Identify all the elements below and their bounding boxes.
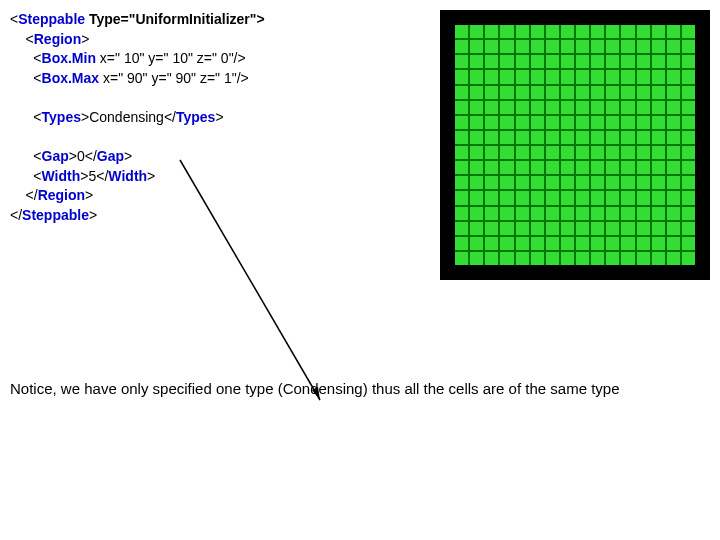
code-line-4: <Box.Max x=" 90" y=" 90" z=" 1"/> (10, 69, 440, 89)
grid-cell (621, 116, 634, 129)
grid-cell (485, 191, 498, 204)
grid-cell (455, 55, 468, 68)
grid-cell (576, 146, 589, 159)
grid-cell (606, 70, 619, 83)
grid-cell (606, 55, 619, 68)
grid-cell (470, 252, 483, 265)
grid-cell (621, 70, 634, 83)
grid-cell (637, 207, 650, 220)
grid-cell (470, 191, 483, 204)
grid-cell (561, 191, 574, 204)
grid-cell (606, 237, 619, 250)
grid-cell (591, 116, 604, 129)
grid-cell (561, 176, 574, 189)
grid-cell (576, 70, 589, 83)
grid-cell (500, 146, 513, 159)
grid-cell (546, 146, 559, 159)
grid-cell (667, 101, 680, 114)
grid-cell (606, 176, 619, 189)
grid-cell (682, 252, 695, 265)
grid-cell (500, 70, 513, 83)
grid-cell (606, 131, 619, 144)
grid-cell (576, 86, 589, 99)
grid-cell (652, 101, 665, 114)
grid-cell (500, 176, 513, 189)
grid-cell (546, 40, 559, 53)
grid-cell (637, 222, 650, 235)
grid-cell (652, 131, 665, 144)
grid-cell (637, 252, 650, 265)
grid-cell (621, 161, 634, 174)
grid-cell (576, 176, 589, 189)
grid-cell (576, 55, 589, 68)
grid-cell (561, 222, 574, 235)
grid-cell (546, 207, 559, 220)
grid-cell (621, 252, 634, 265)
grid-cell (637, 116, 650, 129)
grid-cell (485, 237, 498, 250)
grid-cell (546, 70, 559, 83)
grid-cell (561, 101, 574, 114)
simulation-grid-viewport (440, 10, 710, 280)
grid-cell (652, 25, 665, 38)
grid-cell (485, 176, 498, 189)
grid-cell (576, 101, 589, 114)
grid-cell (516, 86, 529, 99)
grid-cell (470, 222, 483, 235)
grid-cell (591, 176, 604, 189)
grid-cell (576, 252, 589, 265)
grid-cell (470, 25, 483, 38)
grid-cell (667, 237, 680, 250)
grid-cell (682, 176, 695, 189)
grid-cell (682, 131, 695, 144)
grid-cell (485, 252, 498, 265)
code-line-blank1 (10, 88, 440, 108)
grid-cell (682, 222, 695, 235)
grid-cell (546, 116, 559, 129)
grid-cell (591, 70, 604, 83)
grid-cell (576, 237, 589, 250)
grid-cell (500, 40, 513, 53)
grid-cell (667, 86, 680, 99)
grid-cell (591, 161, 604, 174)
grid-cell (470, 70, 483, 83)
grid-cell (652, 55, 665, 68)
grid-cell (531, 86, 544, 99)
grid-cell (621, 101, 634, 114)
grid-cell (561, 116, 574, 129)
grid-cell (682, 237, 695, 250)
grid-cell (531, 146, 544, 159)
grid-cell (682, 101, 695, 114)
grid-cell (455, 146, 468, 159)
grid-cell (455, 40, 468, 53)
grid-cell (561, 70, 574, 83)
grid-cell (470, 207, 483, 220)
grid-cell (621, 55, 634, 68)
grid-cell (561, 146, 574, 159)
grid-cell (500, 191, 513, 204)
grid-cell (516, 55, 529, 68)
grid-cell (561, 131, 574, 144)
grid-cell (606, 252, 619, 265)
grid-cell (667, 116, 680, 129)
grid-cell (485, 70, 498, 83)
grid-cell (470, 176, 483, 189)
content-area: <Steppable Type="UniformInitializer"> <R… (10, 10, 710, 280)
grid-cell (500, 86, 513, 99)
grid-cell (667, 40, 680, 53)
grid-cell (652, 222, 665, 235)
grid-cell (500, 101, 513, 114)
grid-cell (470, 116, 483, 129)
grid-cell (516, 207, 529, 220)
grid-cell (682, 146, 695, 159)
grid-cell (652, 70, 665, 83)
grid-cell (546, 176, 559, 189)
grid-cell (485, 146, 498, 159)
grid-cell (546, 191, 559, 204)
grid-cell (531, 207, 544, 220)
grid-cell (561, 237, 574, 250)
grid-cell (621, 222, 634, 235)
grid-cell (606, 161, 619, 174)
grid-cell (576, 40, 589, 53)
code-line-7: <Width>5</Width> (10, 167, 440, 187)
